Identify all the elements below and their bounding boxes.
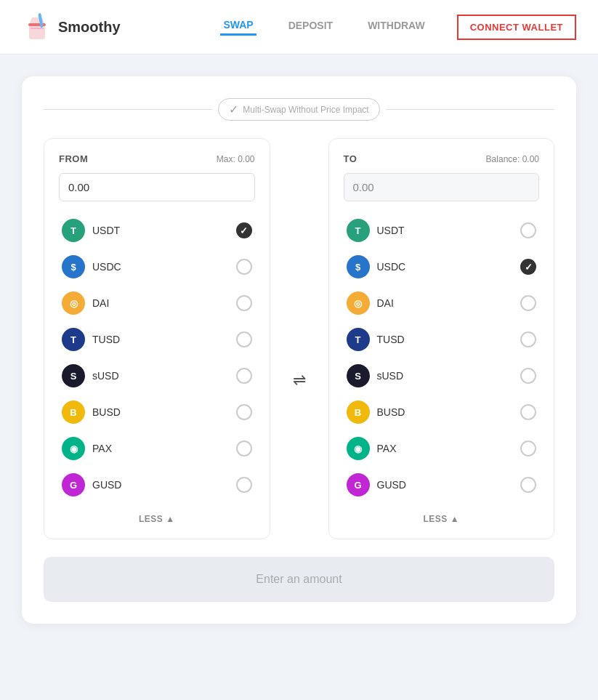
to-less-button[interactable]: LESS ▲: [344, 514, 540, 524]
token-row-busd[interactable]: BBUSD: [59, 395, 255, 430]
token-radio-usdt[interactable]: [236, 222, 252, 238]
token-name-susd: sUSD: [377, 370, 521, 382]
token-row-tusd[interactable]: TTUSD: [59, 322, 255, 357]
token-row-busd[interactable]: BBUSD: [344, 395, 540, 430]
banner-content: ✓ Multi-Swap Without Price Impact: [218, 98, 379, 121]
token-name-usdt: USDT: [92, 225, 236, 236]
from-amount-input[interactable]: [59, 173, 255, 201]
swap-direction-button[interactable]: ⇌: [293, 371, 306, 390]
token-row-pax[interactable]: ◉PAX: [59, 431, 255, 466]
token-radio-usdc[interactable]: [236, 259, 252, 275]
swap-arrow-container: ⇌: [285, 138, 314, 390]
multi-swap-banner: ✓ Multi-Swap Without Price Impact: [44, 98, 554, 121]
token-icon-gusd: G: [62, 473, 85, 496]
nav-withdraw[interactable]: WITHDRAW: [365, 20, 428, 34]
to-panel: TO Balance: 0.00 TUSDT$USDC◎DAITTUSDSsUS…: [328, 138, 555, 539]
token-radio-gusd[interactable]: [236, 477, 252, 493]
token-radio-busd[interactable]: [236, 404, 252, 420]
connect-wallet-button[interactable]: CONNECT WALLET: [457, 15, 576, 40]
svg-rect-4: [31, 28, 44, 29]
main-content: ✓ Multi-Swap Without Price Impact FROM M…: [0, 55, 598, 645]
token-row-dai[interactable]: ◎DAI: [344, 286, 540, 321]
banner-line-left: [44, 109, 212, 110]
token-name-busd: BUSD: [377, 406, 521, 418]
token-name-usdc: USDC: [377, 261, 521, 273]
token-radio-pax[interactable]: [236, 440, 252, 456]
token-radio-tusd[interactable]: [236, 331, 252, 347]
to-balance: Balance: 0.00: [486, 154, 539, 164]
token-icon-busd: B: [62, 401, 85, 424]
token-row-gusd[interactable]: GGUSD: [59, 467, 255, 502]
token-name-usdt: USDT: [377, 225, 521, 236]
token-icon-susd: S: [347, 364, 370, 387]
from-panel: FROM Max: 0.00 TUSDT$USDC◎DAITTUSDSsUSDB…: [44, 138, 270, 539]
to-label: TO: [344, 153, 357, 164]
token-row-gusd[interactable]: GGUSD: [344, 467, 540, 502]
token-radio-tusd[interactable]: [520, 331, 536, 347]
token-icon-usdt: T: [347, 219, 370, 242]
token-row-susd[interactable]: SsUSD: [59, 358, 255, 393]
from-label: FROM: [59, 153, 88, 164]
to-token-list: TUSDT$USDC◎DAITTUSDSsUSDBBUSD◉PAXGGUSD: [344, 213, 540, 502]
token-name-susd: sUSD: [92, 370, 236, 382]
token-name-dai: DAI: [377, 297, 521, 309]
token-row-pax[interactable]: ◉PAX: [344, 431, 540, 466]
header: Smoothy SWAP DEPOSIT WITHDRAW CONNECT WA…: [0, 0, 598, 55]
banner-line-right: [386, 109, 554, 110]
token-name-tusd: TUSD: [92, 334, 236, 345]
token-radio-usdt[interactable]: [520, 222, 536, 238]
from-token-list: TUSDT$USDC◎DAITTUSDSsUSDBBUSD◉PAXGGUSD: [59, 213, 255, 502]
token-icon-tusd: T: [62, 328, 85, 351]
token-row-susd[interactable]: SsUSD: [344, 358, 540, 393]
token-icon-dai: ◎: [62, 291, 85, 315]
token-name-gusd: GUSD: [92, 479, 236, 491]
token-radio-dai[interactable]: [520, 295, 536, 311]
banner-check-icon: ✓: [229, 102, 238, 116]
from-less-button[interactable]: LESS ▲: [59, 514, 255, 524]
token-icon-pax: ◉: [62, 437, 85, 460]
enter-amount-button[interactable]: Enter an amount: [44, 557, 554, 602]
token-name-usdc: USDC: [92, 261, 236, 273]
token-name-gusd: GUSD: [377, 479, 521, 491]
token-row-usdc[interactable]: $USDC: [344, 249, 540, 284]
token-icon-tusd: T: [347, 328, 370, 351]
to-amount-input: [344, 173, 540, 201]
svg-rect-2: [28, 23, 46, 26]
nav-swap[interactable]: SWAP: [220, 19, 256, 36]
to-panel-header: TO Balance: 0.00: [344, 153, 540, 164]
token-row-tusd[interactable]: TTUSD: [344, 322, 540, 357]
from-balance: Max: 0.00: [217, 154, 255, 164]
from-panel-header: FROM Max: 0.00: [59, 153, 255, 164]
token-radio-susd[interactable]: [236, 368, 252, 384]
token-radio-pax[interactable]: [520, 440, 536, 456]
nav-deposit[interactable]: DEPOSIT: [286, 20, 336, 34]
token-name-busd: BUSD: [92, 406, 236, 418]
token-radio-busd[interactable]: [520, 404, 536, 420]
token-icon-dai: ◎: [347, 291, 370, 315]
banner-text: Multi-Swap Without Price Impact: [243, 105, 368, 115]
token-radio-usdc[interactable]: [520, 259, 536, 275]
token-name-dai: DAI: [92, 297, 236, 309]
token-name-pax: PAX: [377, 443, 521, 454]
logo-area: Smoothy: [22, 12, 220, 42]
swap-card: ✓ Multi-Swap Without Price Impact FROM M…: [22, 76, 576, 624]
token-radio-gusd[interactable]: [520, 477, 536, 493]
token-row-usdt[interactable]: TUSDT: [344, 213, 540, 248]
token-name-pax: PAX: [92, 443, 236, 454]
token-icon-pax: ◉: [347, 437, 370, 460]
main-nav: SWAP DEPOSIT WITHDRAW: [220, 19, 427, 36]
token-row-dai[interactable]: ◎DAI: [59, 286, 255, 321]
token-row-usdc[interactable]: $USDC: [59, 249, 255, 284]
token-radio-susd[interactable]: [520, 368, 536, 384]
token-row-usdt[interactable]: TUSDT: [59, 213, 255, 248]
logo-icon: [22, 12, 52, 42]
token-icon-usdc: $: [62, 255, 85, 278]
token-icon-usdc: $: [347, 255, 370, 278]
token-radio-dai[interactable]: [236, 295, 252, 311]
logo-text: Smoothy: [58, 19, 121, 36]
swap-panels: FROM Max: 0.00 TUSDT$USDC◎DAITTUSDSsUSDB…: [44, 138, 554, 539]
token-name-tusd: TUSD: [377, 334, 521, 345]
token-icon-gusd: G: [347, 473, 370, 496]
token-icon-busd: B: [347, 401, 370, 424]
token-icon-usdt: T: [62, 219, 85, 242]
